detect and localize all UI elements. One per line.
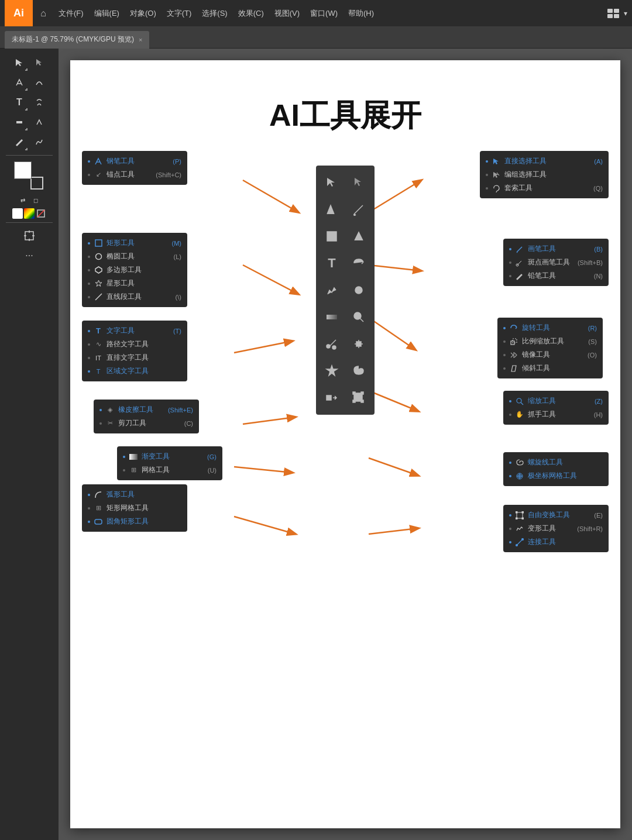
group-select-item[interactable]: 编组选择工具: [486, 168, 603, 181]
spiral-label: 螺旋线工具: [528, 457, 563, 467]
ct-add-anchor[interactable]: [346, 332, 371, 356]
zoom-item[interactable]: 缩放工具 (Z): [509, 394, 603, 408]
rect-tool-item[interactable]: 矩形工具 (M): [88, 236, 181, 250]
free-transform-dot: [509, 514, 511, 517]
hand-item[interactable]: ✋ 抓手工具 (H): [509, 408, 603, 421]
selection-tool[interactable]: [10, 53, 29, 72]
color-mode-button[interactable]: [12, 208, 23, 219]
join-label: 连接工具: [528, 537, 556, 547]
ct-brush[interactable]: [346, 197, 371, 222]
text-tool-icon: T: [94, 326, 103, 336]
ct-select[interactable]: [320, 170, 344, 195]
ct-warp[interactable]: [320, 278, 344, 302]
arc-item[interactable]: 弧形工具: [88, 488, 181, 501]
menu-help[interactable]: 帮助(H): [344, 6, 379, 21]
rounded-rect-item[interactable]: 圆角矩形工具: [88, 515, 181, 528]
ct-gradient-rect[interactable]: [320, 305, 344, 329]
workspace-dropdown[interactable]: ▾: [624, 9, 627, 18]
warp-item[interactable]: 变形工具 (Shift+R): [509, 522, 603, 535]
svg-line-37: [369, 458, 418, 476]
artboard-tool[interactable]: [20, 226, 39, 245]
menu-type[interactable]: 文字(T): [162, 6, 197, 21]
line-tool[interactable]: [10, 113, 29, 132]
pen-tool[interactable]: [10, 73, 29, 92]
join-item[interactable]: 连接工具: [509, 535, 603, 549]
mesh-item[interactable]: ⊞ 网格工具 (U): [123, 463, 217, 477]
line-tool-item[interactable]: 直线段工具 (\): [88, 290, 181, 304]
direct-selection-tool[interactable]: [30, 53, 49, 72]
menu-file[interactable]: 文件(F): [54, 6, 88, 21]
menu-select[interactable]: 选择(S): [197, 6, 232, 21]
ellipse-tool-item[interactable]: 椭圆工具 (L): [88, 250, 181, 263]
rect-grid-item[interactable]: ⊞ 矩形网格工具: [88, 501, 181, 515]
ct-direct-select[interactable]: [346, 170, 371, 195]
rotate-item[interactable]: 旋转工具 (R): [503, 321, 597, 335]
direct-select-item[interactable]: 直接选择工具 (A): [486, 154, 603, 168]
ct-artboard[interactable]: [320, 385, 344, 410]
polygon-icon: [94, 266, 103, 275]
ct-paintbucket[interactable]: [346, 224, 371, 249]
eraser-item[interactable]: ◈ 橡皮擦工具 (Shift+E): [99, 403, 193, 416]
gradient-mode-button[interactable]: [24, 208, 35, 219]
area-text-item[interactable]: T 区域文字工具: [88, 364, 181, 378]
scale-item[interactable]: 比例缩放工具 (S): [503, 335, 597, 348]
type-tool[interactable]: T: [10, 93, 29, 112]
ct-free-transform[interactable]: [346, 385, 371, 410]
ct-blob[interactable]: [346, 278, 371, 302]
home-icon[interactable]: ⌂: [33, 0, 54, 26]
document-tab[interactable]: 未标题-1 @ 75.79% (CMYK/GPU 预览) ×: [5, 31, 149, 49]
polygon-tool-item[interactable]: 多边形工具: [88, 263, 181, 277]
menu-effect[interactable]: 效果(C): [233, 6, 269, 21]
text-tool-item[interactable]: T 文字工具 (T): [88, 324, 181, 338]
touch-type-tool[interactable]: [30, 93, 49, 112]
svg-point-62: [516, 544, 518, 546]
paintbucket-tool[interactable]: [30, 113, 49, 132]
default-colors-button[interactable]: ◻: [30, 194, 42, 206]
polar-grid-item[interactable]: 极坐标网格工具: [509, 469, 603, 483]
curvature-tool[interactable]: [30, 73, 49, 92]
ct-star[interactable]: [320, 359, 344, 383]
reflect-item[interactable]: 镜像工具 (O): [503, 348, 597, 362]
transform-tools-panel: 旋转工具 (R) 比例缩放工具 (S): [497, 318, 603, 378]
star-tool-item[interactable]: 星形工具: [88, 277, 181, 290]
ct-zoom-out[interactable]: [346, 305, 371, 329]
pencil-tool-item[interactable]: 铅笔工具 (N): [509, 269, 603, 283]
ct-pen[interactable]: [320, 197, 344, 222]
star-label: 星形工具: [107, 278, 135, 288]
spiral-item[interactable]: 螺旋线工具: [509, 456, 603, 469]
fill-color[interactable]: [14, 161, 32, 179]
scissors-item[interactable]: ✂ 剪刀工具 (C): [99, 416, 193, 430]
swap-colors-button[interactable]: ⇄: [17, 194, 29, 206]
more-tools-button[interactable]: ···: [20, 246, 39, 265]
ct-text[interactable]: T: [320, 251, 344, 276]
menu-edit[interactable]: 编辑(E): [90, 6, 124, 21]
ct-rectangle[interactable]: [320, 224, 344, 249]
gradient-item[interactable]: 渐变工具 (G): [123, 450, 217, 463]
workspace-icon[interactable]: [607, 9, 619, 18]
svg-rect-24: [353, 400, 355, 402]
blob-brush-item[interactable]: 斑点画笔工具 (Shift+B): [509, 256, 603, 269]
menu-window[interactable]: 窗口(W): [305, 6, 342, 21]
pen-tool-item[interactable]: 钢笔工具 (P): [88, 154, 181, 168]
polar-grid-icon: [515, 471, 524, 481]
stroke-color[interactable]: [30, 177, 43, 190]
direct-select-label: 直接选择工具: [504, 156, 547, 166]
menu-object[interactable]: 对象(O): [125, 6, 161, 21]
pencil-tool[interactable]: [10, 133, 29, 152]
path-text-item[interactable]: ∿ 路径文字工具: [88, 338, 181, 351]
menu-view[interactable]: 视图(V): [270, 6, 304, 21]
none-mode-button[interactable]: [36, 208, 46, 219]
rounded-rect-icon: [94, 517, 103, 526]
svg-point-15: [327, 345, 330, 348]
ct-scissors[interactable]: [320, 332, 344, 356]
ct-spiral[interactable]: [346, 359, 371, 383]
vertical-text-item[interactable]: IT 直排文字工具: [88, 351, 181, 364]
tab-close-button[interactable]: ×: [139, 36, 142, 43]
brush-item[interactable]: 画笔工具 (B): [509, 242, 603, 256]
shear-item[interactable]: 倾斜工具: [503, 362, 597, 375]
lasso-item[interactable]: 套索工具 (Q): [486, 181, 603, 195]
smooth-tool[interactable]: [30, 133, 49, 152]
ct-rotate[interactable]: [346, 251, 371, 276]
anchor-tool-item[interactable]: ↙ 锚点工具 (Shift+C): [88, 168, 181, 181]
free-transform-item[interactable]: 自由变换工具 (E): [509, 508, 603, 522]
